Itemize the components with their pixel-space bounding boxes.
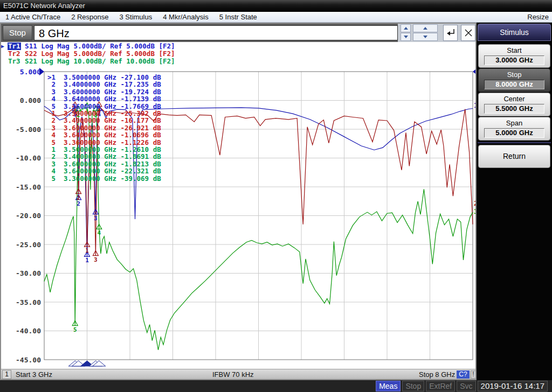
softkey-menu-title: Stimulus xyxy=(478,24,551,41)
trace-def-tr3[interactable]: Tr3 S21 Log Mag 10.00dB/ Ref 10.00dB [F2… xyxy=(1,58,475,65)
menu-mkr-analysis[interactable]: 4 Mkr/Analysis xyxy=(157,13,214,21)
entry-bar: Stop 8 GHz xyxy=(1,24,475,42)
channel-number-badge: 1 xyxy=(2,370,11,379)
menu-stimulus[interactable]: 3 Stimulus xyxy=(114,13,158,21)
softkey-stop-value: 8.0000 GHz xyxy=(484,80,544,89)
entry-button-panel xyxy=(398,24,475,42)
menu-active-ch-trace[interactable]: 1 Active Ch/Trace xyxy=(0,13,66,21)
softkey-separator xyxy=(478,142,551,143)
softkey-center[interactable]: Center 5.5000 GHz xyxy=(478,93,550,116)
softkey-center-value: 5.5000 GHz xyxy=(484,104,544,114)
status-extref: ExtRef xyxy=(426,381,455,391)
softkey-stop-label: Stop xyxy=(479,71,550,79)
softkey-start-value: 3.0000 GHz xyxy=(484,55,544,65)
menu-instr-state[interactable]: 5 Instr State xyxy=(214,13,263,21)
instrument-status-bar: Meas Stop ExtRef Svc 2019-01-16 14:17 xyxy=(0,380,552,392)
y-axis-tick-label: -35.00 xyxy=(16,298,41,306)
softkey-span-value: 5.0000 GHz xyxy=(484,128,544,138)
trace-edge-label: 1 xyxy=(474,102,475,109)
channel-ifbw-label: IFBW 70 kHz xyxy=(212,370,254,379)
softkey-stop[interactable]: Stop 8.0000 GHz xyxy=(478,68,550,92)
marker-number-label: 3 xyxy=(94,256,98,263)
softkey-sidebar: Stimulus Start 3.0000 GHz Stop 8.0000 GH… xyxy=(477,23,552,380)
trace-definitions: ▶Tr1 S11 Log Mag 5.000dB/ Ref 5.000dB [F… xyxy=(1,43,475,66)
step-down-small-button[interactable] xyxy=(401,33,411,41)
entry-close-button[interactable] xyxy=(461,25,475,41)
softkey-center-label: Center xyxy=(479,95,550,103)
trace-def-tr2[interactable]: Tr2 S22 Log Mag 5.000dB/ Ref 5.000dB [F2… xyxy=(1,50,475,58)
step-down-button[interactable] xyxy=(413,33,438,41)
marker-number-label: 2 xyxy=(77,194,80,201)
trace3-id: Tr3 xyxy=(8,58,21,65)
marker-number-label: 4 xyxy=(97,229,101,236)
marker-number-label: 2 xyxy=(77,200,80,207)
status-datetime: 2019-01-16 14:17 xyxy=(478,381,548,391)
active-trace-arrow-icon: ▶ xyxy=(1,43,8,50)
title-bar: E5071C Network Analyzer xyxy=(0,0,552,12)
y-axis-tick-label: -30.00 xyxy=(16,269,41,277)
step-up-button[interactable] xyxy=(413,24,438,32)
marker-number-label: 1 xyxy=(85,257,89,264)
channel-stop-label: Stop 8 GHz xyxy=(419,370,455,379)
softkey-start[interactable]: Start 3.0000 GHz xyxy=(478,44,550,68)
ref-level-arrow-left-icon xyxy=(39,68,44,75)
trace2-id: Tr2 xyxy=(8,50,21,58)
status-stop: Stop xyxy=(402,381,424,391)
trace3-def: S21 Log Mag 10.00dB/ Ref 10.00dB [F2] xyxy=(21,58,175,65)
e5071c-screen: E5071C Network Analyzer 1 Active Ch/Trac… xyxy=(0,0,552,392)
marker-number-label: 5 xyxy=(73,326,77,333)
correction-status-badge: C? xyxy=(457,370,470,379)
entry-value-input[interactable]: 8 GHz xyxy=(34,25,398,40)
softkey-return[interactable]: Return xyxy=(478,145,550,168)
close-icon xyxy=(465,29,472,37)
step-up-small-button[interactable] xyxy=(401,24,411,32)
channel-start-label: Start 3 GHz xyxy=(16,370,52,379)
spacer xyxy=(1,58,8,65)
chart-svg: 5.0000.000-5.000-10.00-15.00-20.00-25.00… xyxy=(1,66,475,370)
marker-number-label: 3 xyxy=(94,111,98,118)
enter-arrow-icon xyxy=(446,29,456,37)
warning-badge: ! xyxy=(471,370,476,379)
trace-edge-label: 2 xyxy=(474,200,475,207)
window-title: E5071C Network Analyzer xyxy=(3,2,85,10)
trace2-def: S22 Log Mag 5.000dB/ Ref 5.000dB [F2] xyxy=(21,50,175,58)
channel-status-bar: 1 Start 3 GHz IFBW 70 kHz Stop 8 GHz C? … xyxy=(1,369,475,379)
status-svc: Svc xyxy=(457,381,475,391)
enter-button[interactable] xyxy=(443,25,458,41)
y-axis-tick-label: 5.000 xyxy=(20,68,41,76)
spacer xyxy=(1,50,8,58)
y-axis-tick-label: -45.00 xyxy=(16,356,41,364)
menu-resize[interactable]: Resize xyxy=(524,13,552,21)
trace-def-tr1[interactable]: ▶Tr1 S11 Log Mag 5.000dB/ Ref 5.000dB [F… xyxy=(1,43,475,50)
y-axis-tick-label: -15.00 xyxy=(16,183,41,191)
arrow-down-icon xyxy=(423,36,427,38)
status-meas: Meas xyxy=(376,381,401,391)
graph-area: 5.0000.000-5.000-10.00-15.00-20.00-25.00… xyxy=(1,66,475,370)
menu-response[interactable]: 2 Response xyxy=(66,13,114,21)
marker-number-label: 2 xyxy=(77,111,80,118)
ref-level-arrow-right-icon xyxy=(473,68,475,75)
marker-number-label: 1 xyxy=(85,108,89,115)
softkey-start-label: Start xyxy=(479,46,550,54)
arrow-up-icon xyxy=(423,27,427,30)
trace1-def: S11 Log Mag 5.000dB/ Ref 5.000dB [F2] xyxy=(21,43,175,50)
entry-parameter-label: Stop xyxy=(3,25,32,40)
arrow-down-icon xyxy=(404,36,408,38)
y-axis-tick-label: -10.00 xyxy=(16,154,41,162)
arrow-up-icon xyxy=(404,27,408,30)
softkey-span-label: Span xyxy=(479,119,550,127)
y-axis-tick-label: -25.00 xyxy=(16,241,41,249)
softkey-span[interactable]: Span 5.0000 GHz xyxy=(478,117,550,141)
y-axis-tick-label: 0.000 xyxy=(20,96,41,104)
menu-bar: 1 Active Ch/Trace 2 Response 3 Stimulus … xyxy=(0,12,552,23)
marker-number-label: 3 xyxy=(94,215,98,222)
y-axis-tick-label: -40.00 xyxy=(16,327,41,335)
trace-edge-label: 3 xyxy=(474,208,475,215)
main-window: Stop 8 GHz xyxy=(0,23,477,380)
softkey-return-label: Return xyxy=(503,152,526,160)
y-axis-tick-label: -20.00 xyxy=(16,212,41,220)
marker-number-label: 1 xyxy=(85,247,89,254)
y-axis-tick-label: -5.000 xyxy=(16,125,41,134)
trace1-id: Tr1 xyxy=(8,43,21,50)
